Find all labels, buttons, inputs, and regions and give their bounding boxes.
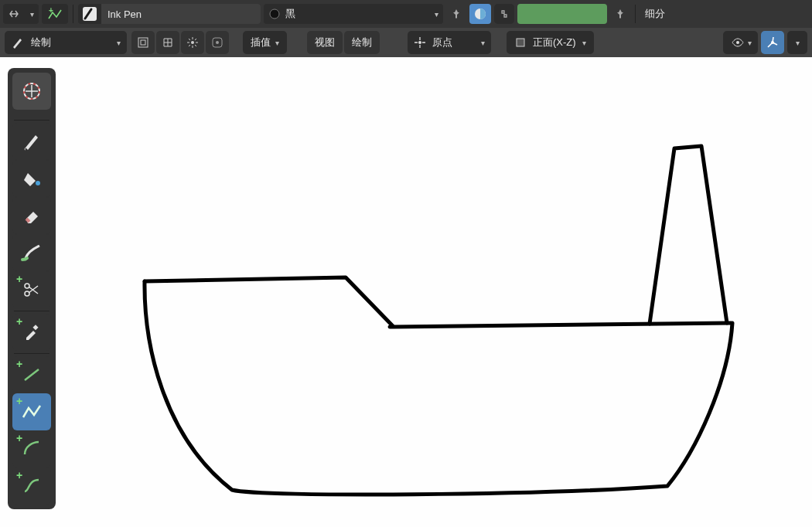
autokey-icon — [210, 36, 224, 49]
tool-erase[interactable] — [12, 197, 51, 234]
svg-point-17 — [25, 291, 29, 296]
chevron-down-icon: ▾ — [275, 39, 279, 47]
curve-overlay-button[interactable]: + — [42, 4, 68, 24]
tool-arc[interactable] — [12, 430, 51, 468]
onion-skin-toggle[interactable] — [469, 4, 491, 24]
eraser-icon — [22, 206, 42, 226]
material-label: 黑 — [285, 7, 295, 21]
gizmo-icon — [766, 36, 780, 49]
svg-point-11 — [736, 41, 739, 44]
stroke-placement-dropdown[interactable]: 原点 ▾ — [408, 31, 491, 54]
svg-rect-4 — [138, 38, 148, 47]
interpolation-label: 插值 — [251, 36, 271, 49]
snap-icon — [8, 8, 20, 20]
brush-preset-icon — [78, 5, 101, 22]
drawn-strokes — [0, 57, 812, 527]
strength-slider[interactable] — [517, 4, 607, 24]
brush-selector[interactable]: Ink Pen — [78, 4, 261, 24]
viewport-canvas[interactable] — [0, 57, 812, 527]
brush-name-field[interactable]: Ink Pen — [101, 4, 261, 24]
svg-rect-10 — [517, 39, 524, 46]
mode-label: 绘制 — [31, 36, 51, 49]
pin-slider-button[interactable] — [610, 4, 630, 24]
burst-icon — [186, 36, 200, 49]
guide-boundary-button[interactable] — [156, 31, 179, 54]
guide-multiedit-button[interactable] — [181, 31, 204, 54]
origin-label: 原点 — [432, 36, 452, 49]
drawing-plane-dropdown[interactable]: 正面(X-Z) ▾ — [507, 31, 594, 54]
onion-skin-icon — [473, 6, 488, 22]
interpolation-dropdown[interactable]: 插值 ▾ — [243, 31, 287, 54]
svg-point-16 — [25, 284, 29, 288]
draw-mode-icon — [11, 36, 25, 49]
tool-line[interactable] — [12, 356, 51, 393]
curve-icon — [22, 476, 42, 496]
brush-tint-icon — [21, 243, 43, 263]
material-swatch-icon — [268, 8, 281, 20]
link-button[interactable] — [494, 4, 514, 24]
header-toolbar: 绘制 ▾ 插值 ▾ 视图 绘制 原点 ▾ 正面(X-Z) — [0, 28, 812, 57]
eye-icon — [731, 36, 745, 49]
svg-point-9 — [418, 41, 421, 44]
svg-point-12 — [771, 41, 774, 44]
svg-point-2 — [270, 9, 279, 19]
gizmo-dropdown[interactable]: ▾ — [787, 31, 807, 54]
view-menu-label: 视图 — [315, 36, 335, 49]
plane-icon — [514, 36, 527, 49]
guide-autokey-button[interactable] — [206, 31, 229, 54]
svg-rect-5 — [141, 40, 145, 45]
chevron-down-icon: ▾ — [435, 10, 438, 19]
guide-buttons-group — [131, 31, 229, 54]
chevron-down-icon: ▾ — [582, 39, 586, 47]
chevron-down-icon: ▾ — [748, 39, 752, 47]
arc-icon — [22, 439, 42, 459]
pin-icon — [450, 8, 462, 20]
bucket-icon — [22, 168, 42, 189]
header-right-cluster: ▾ ▾ — [723, 31, 807, 54]
chevron-down-icon: ▾ — [117, 39, 121, 47]
svg-point-15 — [36, 181, 40, 185]
scissors-icon — [22, 280, 41, 299]
draw-menu[interactable]: 绘制 — [344, 31, 380, 54]
pen-icon — [22, 131, 42, 151]
tool-3d-cursor[interactable] — [12, 73, 51, 110]
tool-polyline[interactable] — [12, 393, 51, 430]
svg-point-6 — [191, 41, 194, 44]
svg-point-8 — [216, 41, 219, 44]
link-icon — [498, 8, 510, 20]
svg-rect-18 — [32, 325, 38, 330]
boundary-icon — [161, 36, 175, 49]
polyline-icon — [21, 402, 43, 422]
mode-dropdown[interactable]: 绘制 ▾ — [5, 31, 127, 54]
chevron-down-icon: ▾ — [796, 39, 800, 47]
snapping-dropdown[interactable]: ▾ — [3, 4, 39, 24]
tool-eyedropper[interactable] — [12, 314, 51, 351]
polyline-plus-icon: + — [47, 8, 63, 20]
tool-cutter[interactable] — [12, 271, 51, 308]
layers-icon — [136, 36, 150, 49]
tool-tint[interactable] — [12, 234, 51, 271]
eyedropper-icon — [22, 323, 41, 342]
view-menu[interactable]: 视图 — [307, 31, 343, 54]
subdivision-label[interactable]: 细分 — [640, 7, 670, 21]
origin-icon — [414, 36, 426, 49]
drawing-plane-label: 正面(X-Z) — [533, 36, 576, 49]
visibility-dropdown[interactable]: ▾ — [723, 31, 758, 54]
tool-fill[interactable] — [12, 160, 51, 197]
pin-icon — [614, 8, 626, 20]
pin-material-button[interactable] — [446, 4, 466, 24]
draw-menu-label: 绘制 — [352, 36, 372, 49]
guide-layers-button[interactable] — [131, 31, 155, 54]
tool-draw[interactable] — [12, 123, 51, 160]
tool-curve[interactable] — [12, 468, 51, 505]
tool-palette — [8, 68, 56, 509]
svg-text:+: + — [49, 8, 53, 15]
material-selector[interactable]: 黑 ▾ — [264, 4, 443, 24]
gizmo-toggle[interactable] — [761, 31, 784, 54]
chevron-down-icon: ▾ — [481, 39, 485, 47]
line-icon — [22, 365, 42, 385]
cursor3d-icon — [20, 80, 43, 103]
topbar: ▾ + Ink Pen 黑 ▾ 细分 — [0, 0, 812, 28]
chevron-down-icon: ▾ — [30, 10, 34, 19]
